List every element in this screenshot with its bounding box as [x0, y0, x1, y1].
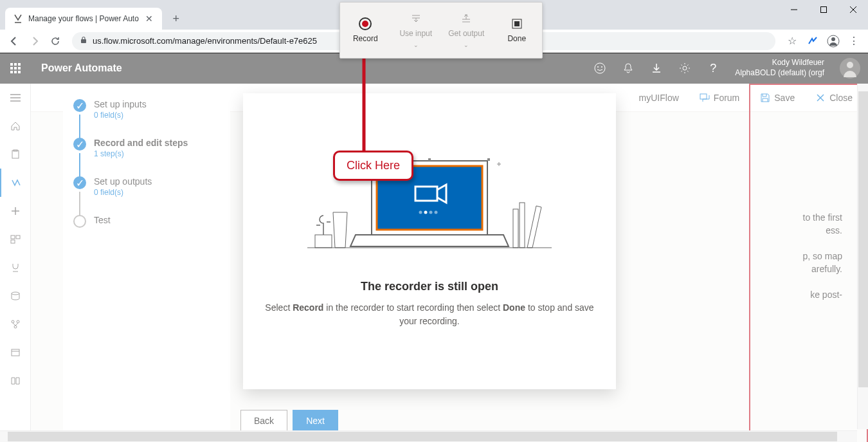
reload-button[interactable]: [46, 32, 64, 50]
modal-title: The recorder is still open: [361, 280, 498, 293]
use-input-button[interactable]: Use input⌄: [391, 3, 442, 58]
svg-rect-50: [514, 21, 520, 26]
svg-point-36: [424, 211, 428, 214]
menu-icon[interactable]: ⋮: [845, 32, 863, 50]
record-button[interactable]: Record: [340, 3, 391, 58]
get-output-button[interactable]: Get output⌄: [441, 3, 492, 58]
extension-icon[interactable]: [804, 32, 822, 50]
done-button[interactable]: Done: [492, 3, 543, 58]
svg-point-6: [831, 37, 835, 41]
svg-point-35: [419, 211, 422, 214]
modal-text: Select Record in the recorder to start r…: [262, 301, 597, 328]
modal-illustration: [307, 125, 552, 254]
svg-rect-42: [428, 158, 431, 161]
tab-close-icon[interactable]: ✕: [144, 14, 154, 24]
minimize-button[interactable]: [779, 0, 809, 19]
tab-title: Manage your flows | Power Auto: [28, 14, 139, 23]
window-close-button[interactable]: [838, 0, 868, 19]
forward-button[interactable]: [26, 32, 44, 50]
click-here-callout: Click Here: [333, 151, 413, 181]
new-tab-button[interactable]: +: [167, 10, 185, 28]
svg-point-37: [429, 211, 433, 214]
tab-favicon-icon: [13, 14, 23, 24]
svg-rect-32: [315, 235, 332, 248]
svg-rect-39: [513, 209, 518, 248]
svg-point-38: [435, 211, 438, 214]
window-controls: [779, 0, 868, 19]
svg-rect-4: [81, 39, 86, 43]
profile-icon[interactable]: [824, 32, 842, 50]
svg-rect-43: [487, 158, 490, 161]
lock-icon: [80, 36, 87, 46]
browser-tab[interactable]: Manage your flows | Power Auto ✕: [5, 8, 162, 30]
recorder-open-modal: The recorder is still open Select Record…: [243, 93, 616, 389]
svg-rect-40: [520, 203, 525, 248]
recorder-toolbar: Record Use input⌄ Get output⌄ Done: [339, 2, 543, 59]
maximize-button[interactable]: [809, 0, 838, 19]
back-button[interactable]: [5, 32, 23, 50]
svg-rect-1: [821, 7, 827, 13]
record-icon: [359, 17, 372, 30]
star-icon[interactable]: ☆: [783, 32, 801, 50]
